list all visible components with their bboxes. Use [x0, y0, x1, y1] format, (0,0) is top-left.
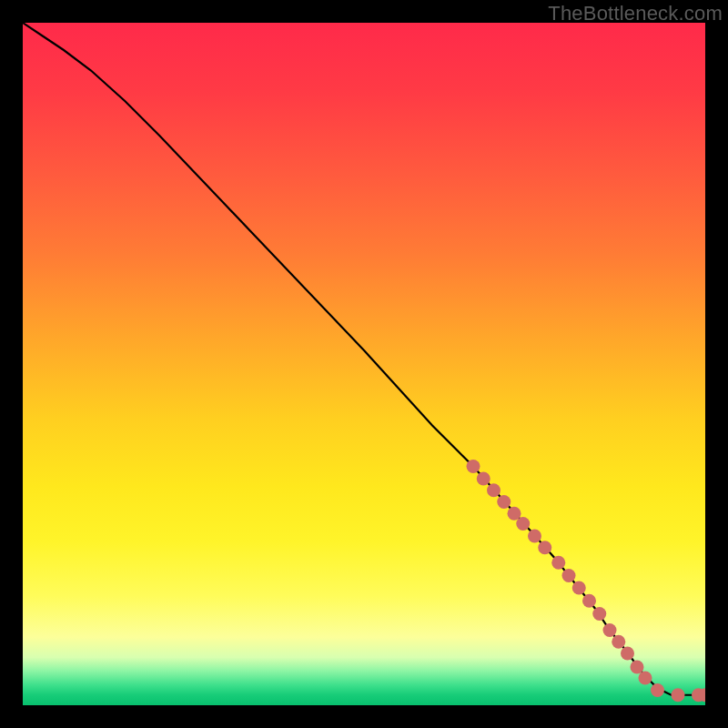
data-point: [631, 661, 644, 674]
data-point: [692, 688, 705, 702]
data-point: [639, 672, 652, 685]
data-point: [516, 517, 530, 531]
chart-svg: [23, 23, 705, 705]
data-point: [497, 495, 511, 509]
data-point: [592, 607, 606, 621]
chart-frame: TheBottleneck.com: [0, 0, 728, 728]
data-point: [508, 507, 521, 521]
data-point: [651, 683, 664, 697]
data-point: [528, 530, 541, 543]
curve-line: [23, 23, 705, 695]
data-point: [612, 635, 625, 649]
data-point: [562, 569, 576, 582]
data-point: [477, 472, 490, 486]
data-point: [603, 623, 617, 637]
data-point: [621, 647, 634, 661]
data-point: [582, 594, 596, 608]
data-point: [699, 688, 706, 702]
data-point: [538, 541, 551, 554]
data-point: [467, 460, 480, 473]
plot-area: [23, 23, 705, 705]
data-point: [572, 581, 586, 595]
data-point: [672, 688, 685, 702]
data-point: [487, 483, 500, 497]
data-markers: [467, 460, 706, 702]
data-point: [551, 556, 565, 570]
